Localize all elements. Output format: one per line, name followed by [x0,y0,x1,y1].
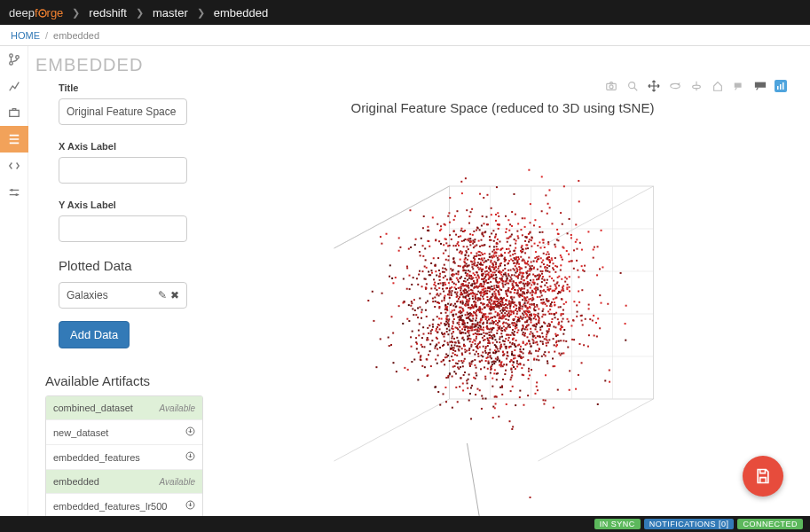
svg-rect-1940 [497,223,499,225]
svg-rect-757 [578,374,579,376]
svg-rect-686 [375,366,377,368]
edit-icon[interactable]: ✎ [158,289,167,301]
rail-chart-icon[interactable] [0,73,28,99]
svg-rect-1560 [499,317,501,318]
app-logo[interactable]: deepfrge [9,6,63,20]
svg-rect-1249 [526,262,528,264]
svg-rect-899 [497,312,499,314]
rail-briefcase-icon[interactable] [0,99,28,126]
svg-rect-905 [430,365,432,367]
rail-list-icon[interactable] [0,126,28,153]
svg-rect-1665 [493,291,495,293]
svg-rect-1823 [511,428,513,430]
plotted-data-header: Plotted Data [59,258,209,273]
svg-rect-2172 [476,345,478,347]
svg-rect-2411 [513,332,515,334]
breadcrumb-redshift[interactable]: redshift [89,6,127,20]
artifact-row[interactable]: combined_datasetAvailable [46,396,202,420]
svg-rect-1511 [367,300,369,301]
svg-rect-162 [542,314,544,316]
svg-rect-146 [548,339,550,340]
breadcrumb-master[interactable]: master [153,6,188,20]
rail-sliders-icon[interactable] [0,179,28,206]
svg-rect-2504 [486,322,488,324]
turntable-icon[interactable] [689,79,704,93]
notifications-badge[interactable]: NOTIFICATIONS [0] [644,519,735,529]
svg-rect-2410 [469,308,471,309]
svg-rect-201 [457,279,459,281]
svg-rect-2002 [438,306,440,308]
svg-rect-1927 [517,319,519,321]
svg-rect-2111 [451,294,452,296]
svg-rect-2327 [486,270,488,272]
download-icon[interactable] [185,451,195,463]
svg-rect-1062 [389,264,391,266]
hover-compare-icon[interactable] [753,79,767,93]
svg-rect-2132 [516,260,518,262]
svg-rect-2306 [468,318,470,320]
camera-icon[interactable] [604,79,618,93]
svg-rect-2351 [469,244,471,246]
plotted-series-chip[interactable]: Galaxies ✎ ✖ [59,282,187,309]
svg-rect-2448 [491,329,492,331]
svg-rect-1237 [381,293,383,294]
svg-rect-1170 [474,324,476,325]
svg-rect-1260 [528,241,530,243]
download-icon[interactable] [185,426,195,438]
title-input[interactable] [59,98,187,125]
svg-rect-1736 [524,321,526,323]
svg-rect-19 [780,84,782,90]
artifact-row[interactable]: embedded_features_lr500 [46,494,202,516]
svg-rect-1912 [479,310,481,312]
artifact-row[interactable]: embedded_features [46,445,202,470]
svg-rect-1128 [453,371,455,372]
orbit-icon[interactable] [668,79,682,93]
zoom-icon[interactable] [625,79,640,93]
plotly-logo-icon[interactable] [775,80,787,92]
svg-rect-1624 [589,318,591,320]
svg-rect-2347 [516,270,518,272]
svg-rect-951 [571,339,573,340]
artifact-row[interactable]: new_dataset [46,420,202,445]
svg-rect-1469 [455,288,457,290]
svg-rect-1554 [520,229,522,231]
svg-rect-194 [547,264,548,266]
rail-branch-icon[interactable] [0,46,28,73]
download-icon[interactable] [185,500,195,512]
svg-rect-2374 [507,352,508,354]
svg-rect-2534 [474,240,476,242]
svg-rect-1495 [505,274,507,276]
remove-icon[interactable]: ✖ [170,289,179,301]
svg-rect-2440 [554,286,556,287]
artifact-row[interactable]: embeddedAvailable [46,470,202,494]
svg-rect-2033 [536,386,538,387]
breadcrumb-home[interactable]: HOME [11,30,40,41]
rail-code-icon[interactable] [0,153,28,179]
svg-rect-572 [533,317,535,319]
svg-rect-1715 [515,304,516,306]
svg-rect-203 [408,304,410,306]
y-axis-input[interactable] [59,215,187,242]
hover-closest-icon[interactable] [732,79,746,93]
sync-status-badge[interactable]: IN SYNC [594,519,641,529]
add-data-button[interactable]: Add Data [59,321,130,348]
reset-camera-icon[interactable] [711,79,725,93]
svg-rect-2473 [587,346,589,348]
svg-rect-1225 [505,290,507,292]
scatter3d-plot[interactable] [209,115,796,516]
svg-rect-149 [449,329,451,331]
save-fab[interactable] [743,456,783,497]
svg-rect-1832 [512,329,514,331]
pan-icon[interactable] [647,79,661,93]
svg-rect-2519 [518,309,520,311]
breadcrumb-embedded[interactable]: embedded [214,6,268,20]
connection-status-badge[interactable]: CONNECTED [737,519,803,529]
svg-rect-2224 [522,318,523,320]
svg-rect-993 [453,283,455,285]
svg-rect-2364 [499,249,501,251]
svg-rect-1835 [515,243,516,245]
svg-rect-139 [554,257,556,259]
x-axis-input[interactable] [59,157,187,184]
svg-rect-1255 [508,316,510,317]
artifact-status: Available [160,477,195,487]
